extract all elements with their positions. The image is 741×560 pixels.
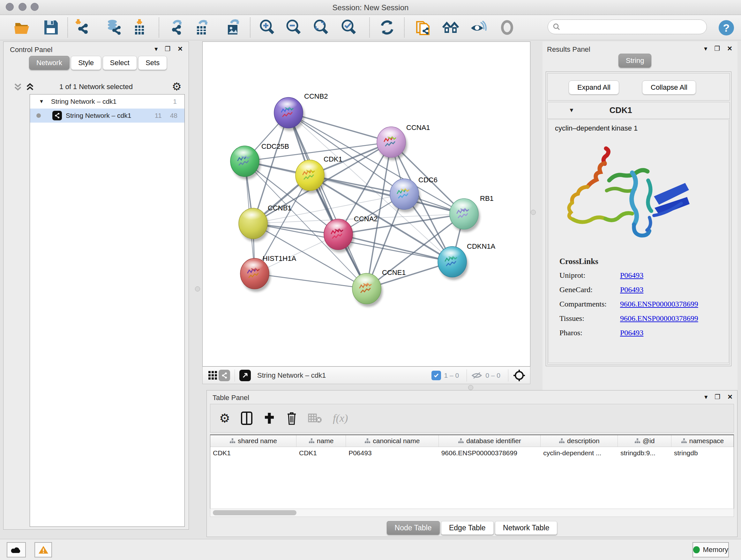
refresh-icon[interactable] xyxy=(378,18,396,37)
crosslink-link[interactable]: P06493 xyxy=(620,286,643,294)
network-view[interactable]: CCNB2CCNA1CDC25BCDK1CDC6RB1CCNB1CCNA2CDK… xyxy=(202,42,530,367)
crosslink-label: Uniprot: xyxy=(559,271,620,280)
import-table-file-icon[interactable] xyxy=(131,18,148,37)
network-node-HIST1H1A[interactable]: HIST1H1A xyxy=(240,254,296,292)
search-box[interactable] xyxy=(548,19,707,34)
tab-edge-table[interactable]: Edge Table xyxy=(441,521,494,535)
search-icon xyxy=(552,23,561,31)
network-row-selected[interactable]: String Network – cdk1 11 48 xyxy=(30,109,185,123)
cloud-button[interactable] xyxy=(7,542,26,557)
add-column-icon[interactable] xyxy=(263,412,275,424)
float-panel-icon[interactable]: ▾ xyxy=(704,45,707,52)
network-node-CDKN1A[interactable]: CDKN1A xyxy=(438,242,495,280)
column-header-namespace[interactable]: namespace xyxy=(671,435,734,447)
clone-network-icon[interactable] xyxy=(414,18,432,37)
table-cell[interactable]: CDK1 xyxy=(210,447,296,459)
export-network-icon[interactable] xyxy=(167,18,185,37)
cloud-icon xyxy=(11,546,22,554)
tab-network-table[interactable]: Network Table xyxy=(495,521,557,535)
show-hide-icon[interactable] xyxy=(469,18,487,37)
float-panel-icon[interactable]: ▾ xyxy=(704,394,708,400)
expand-all-button[interactable]: Expand All xyxy=(569,80,619,95)
memory-button[interactable]: Memory xyxy=(692,542,729,557)
collapse-all-button[interactable]: Collapse All xyxy=(642,80,696,95)
tab-network[interactable]: Network xyxy=(29,56,70,70)
table-cell[interactable]: P06493 xyxy=(346,447,439,459)
maximize-panel-icon[interactable]: ❐ xyxy=(714,45,720,52)
node-label-RB1: RB1 xyxy=(480,194,494,202)
network-node-CCNA1[interactable]: CCNA1 xyxy=(377,124,430,160)
zoom-out-icon[interactable] xyxy=(285,18,302,37)
warning-button[interactable] xyxy=(35,542,52,557)
crosslink-link[interactable]: P06493 xyxy=(620,328,643,337)
detach-view-icon[interactable] xyxy=(239,370,251,381)
birds-eye-toggle-icon[interactable] xyxy=(513,369,526,382)
toolbar-separator xyxy=(158,17,159,37)
export-table-icon[interactable] xyxy=(193,18,211,37)
close-panel-icon[interactable]: ✕ xyxy=(178,46,183,52)
search-input[interactable] xyxy=(561,23,698,31)
scrollbar-thumb[interactable] xyxy=(213,510,296,515)
table-horizontal-scrollbar[interactable] xyxy=(210,509,734,517)
home-networks-icon[interactable] xyxy=(442,18,460,37)
zoom-fit-icon[interactable] xyxy=(312,18,330,37)
import-network-file-icon[interactable] xyxy=(74,18,91,37)
panel-options-gear-icon[interactable]: ⚙ xyxy=(172,80,182,93)
help-icon[interactable]: ? xyxy=(718,19,735,37)
column-header-database-identifier[interactable]: database identifier xyxy=(439,435,541,447)
tab-node-table[interactable]: Node Table xyxy=(387,521,440,535)
table-options-gear-icon[interactable]: ⚙ xyxy=(219,411,230,425)
eye-disabled-icon[interactable] xyxy=(498,18,516,37)
tab-style[interactable]: Style xyxy=(71,56,101,70)
tab-string[interactable]: String xyxy=(618,54,651,68)
right-splitter-handle[interactable] xyxy=(531,210,536,215)
hidden-eye-icon[interactable] xyxy=(471,371,482,380)
table-cell[interactable]: CDK1 xyxy=(296,447,346,459)
maximize-panel-icon[interactable]: ❐ xyxy=(165,46,171,52)
table-cell[interactable]: stringdb xyxy=(671,447,734,459)
network-collection-row[interactable]: ▼ String Network – cdk1 1 xyxy=(30,95,185,109)
left-splitter-handle[interactable] xyxy=(195,287,200,292)
grid-view-icon[interactable] xyxy=(207,370,219,381)
close-panel-icon[interactable]: ✕ xyxy=(727,45,732,52)
save-session-icon[interactable] xyxy=(42,18,60,37)
network-node-RB1[interactable]: RB1 xyxy=(450,194,494,232)
network-node-CCNA2[interactable]: CCNA2 xyxy=(324,215,378,253)
string-view-icon[interactable] xyxy=(219,370,230,381)
export-image-icon[interactable] xyxy=(224,18,242,37)
column-header-description[interactable]: description xyxy=(541,435,618,447)
tab-sets[interactable]: Sets xyxy=(138,56,167,70)
crosslink-link[interactable]: 9606.ENSP00000378699 xyxy=(620,314,698,323)
open-session-icon[interactable] xyxy=(13,18,31,37)
function-builder-icon[interactable]: f(x) xyxy=(333,412,348,424)
column-header-shared-name[interactable]: shared name xyxy=(210,435,296,447)
crosslink-link[interactable]: 9606.ENSP00000378699 xyxy=(620,300,698,308)
import-network-database-icon[interactable] xyxy=(105,18,123,37)
table-cell[interactable]: 9606.ENSP00000378699 xyxy=(439,447,541,459)
maximize-panel-icon[interactable]: ❐ xyxy=(715,394,720,400)
tree-expander-icon[interactable]: ▼ xyxy=(39,99,44,105)
collapse-section-icon[interactable]: ▼ xyxy=(569,107,575,114)
network-edge-HIST1H1A-CCNE1[interactable] xyxy=(255,273,367,289)
tab-select[interactable]: Select xyxy=(103,56,137,70)
network-node-CDC25B[interactable]: CDC25B xyxy=(230,142,289,179)
table-cell[interactable]: stringdb:9... xyxy=(618,447,671,459)
column-header--id[interactable]: @id xyxy=(618,435,671,447)
bottom-splitter-handle[interactable] xyxy=(468,385,473,390)
delete-column-icon[interactable] xyxy=(286,412,297,425)
selected-checkbox-icon[interactable] xyxy=(431,371,441,380)
zoom-in-icon[interactable] xyxy=(258,18,276,37)
delete-table-icon[interactable] xyxy=(308,413,322,424)
column-header-canonical-name[interactable]: canonical name xyxy=(346,435,439,447)
node-label-CCNB2: CCNB2 xyxy=(304,92,328,100)
float-panel-icon[interactable]: ▾ xyxy=(154,46,158,52)
show-columns-icon[interactable] xyxy=(241,412,253,425)
table-row[interactable]: CDK1CDK1P064939606.ENSP00000378699cyclin… xyxy=(210,447,734,459)
crosslink-link[interactable]: P06493 xyxy=(620,271,643,280)
column-header-name[interactable]: name xyxy=(296,435,346,447)
network-node-CCNB2[interactable]: CCNB2 xyxy=(274,92,328,131)
close-panel-icon[interactable]: ✕ xyxy=(727,394,733,400)
zoom-selected-icon[interactable] xyxy=(340,18,358,37)
table-cell[interactable]: cyclin-dependent ... xyxy=(541,447,618,459)
network-edge-CCNB2-CCNE1[interactable] xyxy=(288,113,367,289)
